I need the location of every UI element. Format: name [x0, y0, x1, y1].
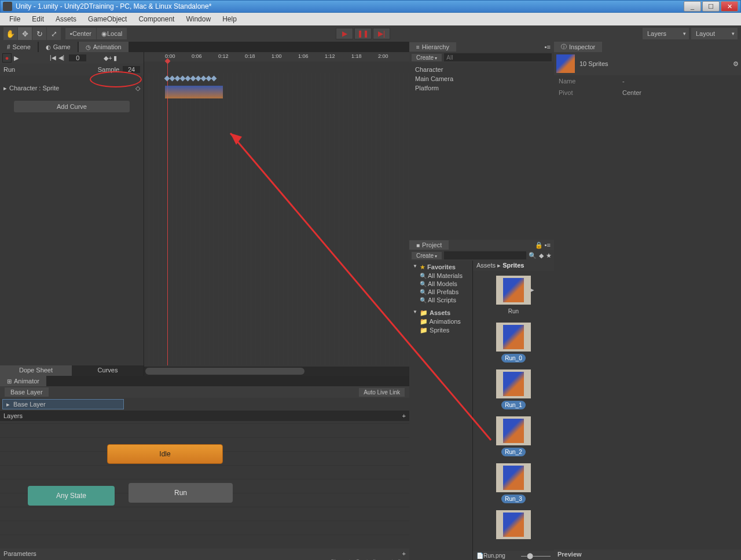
timeline[interactable]: 0:00 0:06 0:12 0:18 1:00 1:06 1:12 1:18 …: [144, 52, 409, 376]
project-tree: ▼★ Favorites 🔍All Materials 🔍All Models …: [409, 261, 473, 560]
hierarchy-panel: ≡Hierarchy ▪≡ Create Character Main Came…: [409, 42, 554, 240]
playhead[interactable]: [167, 61, 168, 365]
add-curve-button[interactable]: Add Curve: [14, 101, 130, 112]
menu-gameobject[interactable]: GameObject: [82, 14, 133, 24]
assets-folder[interactable]: ▼📁 Assets: [412, 309, 470, 317]
project-menu-icon[interactable]: 🔒 ▪≡: [531, 241, 554, 249]
project-grid: ▸ Run Run_0 Run_1 Run: [473, 271, 554, 551]
clip-dropdown[interactable]: Run: [3, 66, 98, 73]
menu-help[interactable]: Help: [217, 14, 243, 24]
sample-field[interactable]: 24: [123, 66, 140, 73]
first-key-button[interactable]: |◀: [50, 54, 56, 61]
prev-key-button[interactable]: ◀|: [58, 54, 65, 61]
record-button[interactable]: ●: [2, 53, 12, 63]
layer-base[interactable]: ▸Base Layer: [2, 399, 124, 409]
scale-tool[interactable]: ⤢: [47, 27, 61, 40]
search-filter-icon[interactable]: 🔍: [529, 252, 537, 259]
menu-edit[interactable]: Edit: [26, 14, 50, 24]
property-row[interactable]: ▸ Character : Sprite ◇: [0, 82, 144, 94]
foldout-icon: ▸: [3, 85, 7, 92]
hierarchy-icon: ≡: [416, 44, 420, 50]
pause-button[interactable]: ❚❚: [354, 28, 372, 39]
frame-field[interactable]: 0: [69, 54, 86, 61]
tab-project[interactable]: ■Project: [409, 240, 449, 250]
asset-run-4[interactable]: [487, 510, 540, 539]
property-menu-icon[interactable]: ◇: [135, 85, 140, 92]
pivot-local[interactable]: ◉ Local: [97, 28, 127, 39]
state-machine-canvas[interactable]: Idle Any State Run: [0, 421, 409, 548]
hand-tool[interactable]: ✋: [3, 27, 17, 40]
add-event-button[interactable]: ▮: [113, 54, 117, 62]
hierarchy-search[interactable]: [444, 53, 552, 61]
menu-component[interactable]: Component: [133, 14, 180, 24]
hierarchy-menu-icon[interactable]: ▪≡: [541, 43, 554, 50]
folder-sprites[interactable]: 📁 Sprites: [412, 326, 470, 335]
minimize-button[interactable]: _: [684, 1, 701, 12]
close-button[interactable]: ✕: [721, 1, 738, 12]
add-key-button[interactable]: ◆+: [104, 54, 112, 62]
add-layer-button[interactable]: +: [402, 412, 406, 419]
hierarchy-create-button[interactable]: Create: [412, 54, 442, 61]
state-run[interactable]: Run: [129, 483, 233, 503]
pivot-center[interactable]: ▪ Center: [65, 28, 96, 39]
project-create-button[interactable]: Create: [412, 252, 442, 259]
window-title: Unity - 1.unity - Unity2DTraining - PC, …: [16, 2, 684, 10]
layers-dropdown[interactable]: Layers: [643, 28, 689, 39]
inspector-thumbnail: [556, 54, 575, 73]
maximize-button[interactable]: ☐: [702, 1, 720, 12]
menu-file[interactable]: File: [3, 14, 26, 24]
animation-panel: ● ▶ |◀ ◀| 0 ◆+ ▮ Run Sample: [0, 52, 409, 376]
play-button[interactable]: ▶: [336, 28, 353, 39]
filter-type-icon[interactable]: ◆: [539, 252, 544, 259]
folder-animations[interactable]: 📁 Animations: [412, 317, 470, 326]
layers-label: Layers: [3, 412, 23, 419]
asset-run-0[interactable]: Run_0: [487, 323, 540, 363]
project-search[interactable]: [444, 251, 526, 259]
tab-animator[interactable]: ⊞Animator: [0, 376, 46, 386]
curves-tab[interactable]: Curves: [72, 365, 144, 376]
tab-hierarchy[interactable]: ≡Hierarchy: [409, 42, 456, 52]
step-button[interactable]: ▶|: [373, 28, 390, 39]
timeline-ruler[interactable]: 0:00 0:06 0:12 0:18 1:00 1:06 1:12 1:18 …: [144, 52, 409, 61]
asset-run-1[interactable]: Run_1: [487, 369, 540, 409]
preview-header[interactable]: Preview: [554, 550, 741, 560]
add-parameter-button[interactable]: +: [402, 550, 406, 557]
pivot-value: Center: [622, 89, 641, 96]
name-label: Name: [559, 78, 622, 85]
menu-window[interactable]: Window: [180, 14, 217, 24]
keyframes[interactable]: [165, 76, 216, 80]
animation-tabs: #Scene ◐Game ◷Animation: [0, 42, 409, 52]
menu-assets[interactable]: Assets: [50, 14, 82, 24]
asset-run-3[interactable]: Run_3: [487, 463, 540, 503]
layout-dropdown[interactable]: Layout: [691, 28, 738, 39]
fav-all-prefabs[interactable]: 🔍All Prefabs: [412, 288, 470, 296]
project-icon: ■: [416, 242, 420, 248]
hierarchy-item-platform[interactable]: Platform: [415, 83, 548, 93]
state-idle[interactable]: Idle: [107, 444, 223, 464]
animator-icon: ⊞: [7, 378, 12, 385]
auto-live-link[interactable]: Auto Live Link: [359, 388, 405, 397]
fav-all-materials[interactable]: 🔍All Materials: [412, 272, 470, 280]
tab-scene[interactable]: #Scene: [0, 42, 38, 52]
anim-play-button[interactable]: ▶: [12, 53, 21, 63]
hierarchy-item-main-camera[interactable]: Main Camera: [415, 74, 548, 83]
tab-animation[interactable]: ◷Animation: [79, 42, 129, 52]
sample-label: Sample: [98, 66, 119, 73]
breadcrumb-base-layer[interactable]: Base Layer: [5, 387, 49, 397]
fav-all-scripts[interactable]: 🔍All Scripts: [412, 296, 470, 304]
state-any-state[interactable]: Any State: [28, 486, 115, 506]
favorites-folder[interactable]: ▼★ Favorites: [412, 263, 470, 272]
gear-icon[interactable]: ⚙: [733, 60, 739, 68]
rotate-tool[interactable]: ↻: [32, 27, 46, 40]
asset-run[interactable]: ▸ Run: [487, 276, 540, 316]
tab-inspector[interactable]: ⓘInspector: [554, 42, 602, 52]
tab-game[interactable]: ◐Game: [39, 42, 78, 52]
timeline-scrollbar[interactable]: [144, 367, 409, 376]
asset-run-2[interactable]: Run_2: [487, 416, 540, 456]
dopesheet-tab[interactable]: Dope Sheet: [0, 365, 72, 376]
hierarchy-item-character[interactable]: Character: [415, 65, 548, 74]
move-tool[interactable]: ✥: [18, 27, 32, 40]
fav-all-models[interactable]: 🔍All Models: [412, 280, 470, 288]
filter-label-icon[interactable]: ★: [546, 252, 552, 259]
project-breadcrumb[interactable]: Assets ▸ Sprites: [473, 261, 554, 271]
